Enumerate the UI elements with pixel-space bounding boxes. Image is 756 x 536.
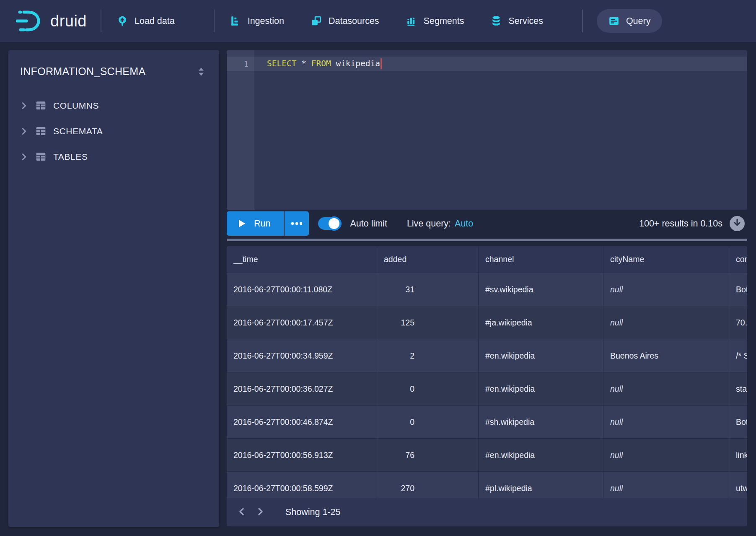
cell-time: 2016-06-27T00:00:36.027Z — [227, 372, 377, 406]
download-icon — [733, 219, 742, 229]
nav-item-label: Services — [508, 16, 543, 26]
cell-value: 2016-06-27T00:00:46.874Z — [233, 417, 333, 427]
cell-value: Bot — [736, 285, 747, 294]
chevron-right-icon — [19, 152, 28, 161]
cell-value: Buenos Aires — [610, 351, 658, 361]
table-row: 2016-06-27T00:00:36.027Z0#en.wikipedianu… — [227, 372, 747, 406]
nav-item-label: Ingestion — [248, 16, 284, 26]
cell-value: null — [610, 484, 623, 493]
sidebar-item-label: TABLES — [53, 152, 88, 162]
cell-value: #en.wikipedia — [485, 450, 535, 460]
cell-comment: utw — [729, 472, 747, 498]
nav-item-datasources[interactable]: Datasources — [309, 9, 381, 33]
nav-item-label: Query — [626, 16, 651, 26]
cell-comment: Bot — [729, 406, 747, 439]
cell-value: #ja.wikipedia — [485, 318, 532, 328]
sidebar-item-label: COLUMNS — [53, 101, 99, 111]
cell-value: 0 — [384, 417, 414, 427]
cell-value: 270 — [384, 484, 414, 493]
play-icon — [238, 219, 246, 228]
cell-value: null — [610, 417, 623, 427]
cell-value: 31 — [384, 285, 414, 294]
nav-item-ingestion[interactable]: Ingestion — [228, 9, 286, 33]
chevron-right-icon — [19, 101, 28, 110]
run-button-label: Run — [254, 219, 270, 229]
more-icon — [290, 221, 303, 227]
nav-divider — [101, 10, 101, 32]
cell-value: 2016-06-27T00:00:34.959Z — [233, 351, 333, 361]
sidebar-item-schemata[interactable]: SCHEMATA — [8, 118, 219, 144]
results-table: __timeaddedchannelcityNamecomment2016-06… — [227, 246, 747, 498]
table-row: 2016-06-27T00:00:17.457Z125#ja.wikipedia… — [227, 306, 747, 339]
cell-channel: #pl.wikipedia — [479, 472, 603, 498]
sql-query-text[interactable]: SELECT * FROM wikipedia — [254, 58, 382, 69]
cell-time: 2016-06-27T00:00:11.080Z — [227, 273, 377, 306]
column-header-cityName[interactable]: cityName — [603, 246, 729, 273]
run-button-group: Run — [227, 211, 309, 236]
cell-time: 2016-06-27T00:00:58.599Z — [227, 472, 377, 498]
double-caret-icon[interactable] — [196, 66, 207, 77]
sidebar-item-tables[interactable]: TABLES — [8, 144, 219, 169]
table-row: 2016-06-27T00:00:46.874Z0#sh.wikipedianu… — [227, 406, 747, 439]
next-page-button[interactable] — [251, 503, 269, 522]
auto-limit-label: Auto limit — [350, 219, 387, 229]
cell-value: 70. — [736, 318, 747, 328]
cell-added: 31 — [377, 273, 479, 306]
cell-value: null — [610, 318, 623, 328]
brand[interactable]: druid — [16, 9, 87, 33]
table-row: 2016-06-27T00:00:58.599Z270#pl.wikipedia… — [227, 472, 747, 498]
cell-time: 2016-06-27T00:00:46.874Z — [227, 406, 377, 439]
nav-item-services[interactable]: Services — [489, 9, 544, 33]
nav-item-query[interactable]: Query — [597, 9, 663, 33]
live-query-label: Live query: — [407, 219, 451, 229]
sidebar-item-columns[interactable]: COLUMNS — [8, 93, 219, 118]
table-icon — [35, 100, 47, 111]
cell-value: null — [610, 285, 623, 294]
cell-value: link — [736, 450, 747, 460]
previous-page-button[interactable] — [233, 503, 251, 522]
cell-comment: link — [729, 439, 747, 472]
schema-title: INFORMATION_SCHEMA — [20, 65, 145, 78]
top-navbar: druid Load data Ingestion Datasources Se… — [0, 0, 756, 42]
ingestion-icon — [230, 16, 241, 26]
sql-token: SELECT — [267, 59, 301, 68]
horizontal-scrollbar[interactable] — [227, 239, 747, 241]
cell-value: 0 — [384, 384, 414, 394]
cell-value: 2016-06-27T00:00:36.027Z — [233, 384, 333, 394]
run-button[interactable]: Run — [227, 211, 284, 236]
download-button[interactable] — [730, 216, 745, 231]
nav-item-segments[interactable]: Segments — [404, 9, 466, 33]
table-icon — [35, 151, 47, 162]
results-summary: 100+ results in 0.10s — [639, 219, 722, 229]
sidebar-item-label: SCHEMATA — [53, 126, 103, 136]
cell-cityName: null — [603, 306, 729, 339]
chevron-right-icon — [19, 127, 28, 136]
query-editor[interactable]: 1 SELECT * FROM wikipedia — [227, 50, 747, 210]
auto-limit-toggle[interactable] — [318, 217, 342, 230]
cell-value: 2016-06-27T00:00:17.457Z — [233, 318, 333, 328]
segments-icon — [406, 16, 417, 26]
brand-text: druid — [50, 12, 87, 30]
pagination-bar: Showing 1-25 — [227, 498, 747, 526]
more-options-button[interactable] — [284, 211, 309, 236]
cell-time: 2016-06-27T00:00:56.913Z — [227, 439, 377, 472]
live-query-value[interactable]: Auto — [455, 219, 473, 229]
cell-channel: #en.wikipedia — [479, 339, 603, 372]
schema-header: INFORMATION_SCHEMA — [8, 50, 219, 82]
column-header-time[interactable]: __time — [227, 246, 377, 273]
column-header-added[interactable]: added — [377, 246, 479, 273]
chevron-right-icon — [255, 507, 265, 518]
nav-item-load-data[interactable]: Load data — [115, 9, 176, 33]
chevron-left-icon — [237, 507, 247, 518]
cell-value: sta — [736, 384, 747, 394]
cell-channel: #sh.wikipedia — [479, 406, 603, 439]
sql-token: FROM — [311, 59, 336, 68]
nav-divider — [582, 10, 583, 32]
nav-item-label: Segments — [424, 16, 464, 26]
cell-value: 2016-06-27T00:00:11.080Z — [233, 285, 332, 294]
column-header-comment[interactable]: comment — [729, 246, 747, 273]
sql-token: * — [301, 59, 311, 68]
column-header-channel[interactable]: channel — [479, 246, 603, 273]
cell-cityName: null — [603, 372, 729, 406]
load-data-icon — [117, 16, 128, 26]
